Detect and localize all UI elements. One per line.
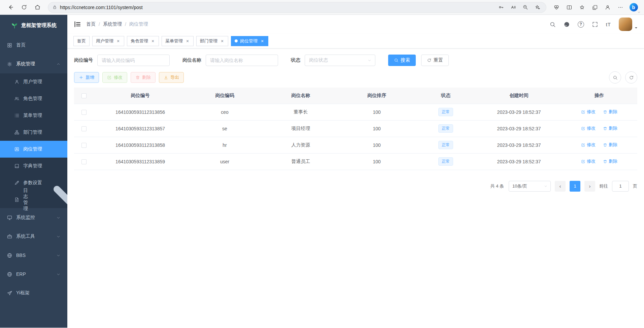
breadcrumb-home[interactable]: 首页 xyxy=(86,21,96,27)
page-size-select[interactable]: 10条/页 xyxy=(509,181,551,192)
tab-home[interactable]: 首页 xyxy=(73,36,90,46)
row-delete-link[interactable]: 删除 xyxy=(603,109,617,115)
tab-post-mgmt[interactable]: 岗位管理 × xyxy=(231,36,268,46)
close-icon[interactable]: × xyxy=(185,39,190,43)
sidebar-item-home[interactable]: 首页 xyxy=(0,36,67,55)
goto-page-input[interactable] xyxy=(612,181,629,192)
table-row[interactable]: 1641030593112313858 hr 人力资源 100 正常 2023-… xyxy=(74,137,637,153)
prev-page-button[interactable]: ‹ xyxy=(555,181,566,192)
cell-post-sort: 100 xyxy=(339,153,415,170)
status-badge: 正常 xyxy=(438,108,453,116)
sidebar-item-dept-mgmt[interactable]: 部门管理 xyxy=(0,124,67,141)
close-icon[interactable]: × xyxy=(116,39,121,43)
tab-user-mgmt[interactable]: 用户管理 × xyxy=(92,36,124,46)
profile-icon[interactable] xyxy=(602,2,613,13)
favorites-icon[interactable] xyxy=(577,2,587,13)
toggle-search-button[interactable] xyxy=(609,71,621,84)
tab-label: 菜单管理 xyxy=(165,38,183,44)
export-button[interactable]: 导出 xyxy=(159,72,184,83)
status-select[interactable]: 岗位状态 xyxy=(305,55,375,66)
refresh-button[interactable] xyxy=(18,2,30,13)
next-page-button[interactable]: › xyxy=(584,181,595,192)
password-key-icon[interactable] xyxy=(496,3,506,12)
read-aloud-icon[interactable] xyxy=(508,3,518,12)
table-row[interactable]: 1641030593112313856 ceo 董事长 100 正常 2023-… xyxy=(74,104,637,120)
tab-role-mgmt[interactable]: 角色管理 × xyxy=(127,36,159,46)
browser-essentials-icon[interactable] xyxy=(551,2,562,13)
delete-button[interactable]: 删除 xyxy=(131,72,156,83)
cell-created: 2023-03-29 18:52:37 xyxy=(477,153,561,170)
back-button[interactable] xyxy=(5,2,16,13)
row-checkbox[interactable] xyxy=(81,126,87,131)
table-toolbar: 新增 修改 删除 导出 xyxy=(74,71,637,84)
row-edit-link[interactable]: 修改 xyxy=(581,142,596,148)
row-checkbox[interactable] xyxy=(81,143,87,148)
sidebar-item-log-mgmt[interactable]: 日志管理 xyxy=(0,191,67,208)
post-table: 岗位编号 岗位编码 岗位名称 岗位排序 状态 创建时间 操作 164103059… xyxy=(74,88,637,170)
sidebar-item-role-mgmt[interactable]: 角色管理 xyxy=(0,90,67,107)
close-icon[interactable]: × xyxy=(220,39,225,43)
delete-link-label: 删除 xyxy=(609,142,617,148)
tags-view-bar: 首页 用户管理 × 角色管理 × 菜单管理 × 部门管理 × 岗位管理 × xyxy=(67,34,644,48)
edit-button[interactable]: 修改 xyxy=(102,72,127,83)
chevron-down-icon xyxy=(56,216,61,220)
sidebar-item-erp[interactable]: ERP xyxy=(0,265,67,284)
search-button[interactable]: 搜索 xyxy=(388,55,416,66)
split-screen-icon[interactable] xyxy=(564,2,575,13)
chevron-down-icon xyxy=(637,10,641,14)
refresh-table-button[interactable] xyxy=(625,71,637,84)
cell-post-code: hr xyxy=(187,137,263,153)
sidebar-item-yi-framework[interactable]: Yi框架 xyxy=(0,284,67,302)
post-name-input[interactable] xyxy=(206,55,278,66)
tab-dept-mgmt[interactable]: 部门管理 × xyxy=(196,36,228,46)
search-icon[interactable] xyxy=(549,21,556,28)
tab-label: 岗位管理 xyxy=(240,38,258,44)
font-size-icon[interactable]: tT xyxy=(606,22,611,27)
chevron-down-icon xyxy=(544,184,548,188)
breadcrumb-separator: / xyxy=(125,22,126,27)
select-all-checkbox[interactable] xyxy=(81,93,87,98)
row-edit-link[interactable]: 修改 xyxy=(581,109,596,115)
add-favorite-icon[interactable] xyxy=(533,3,542,12)
row-checkbox[interactable] xyxy=(81,110,87,115)
breadcrumb-system[interactable]: 系统管理 xyxy=(103,21,122,27)
sidebar-item-menu-mgmt[interactable]: 菜单管理 xyxy=(0,107,67,124)
row-edit-link[interactable]: 修改 xyxy=(581,158,596,164)
sidebar-label: ERP xyxy=(16,271,26,277)
row-checkbox[interactable] xyxy=(81,159,87,164)
sidebar-item-bbs[interactable]: BBS xyxy=(0,246,67,265)
page-1-button[interactable]: 1 xyxy=(570,181,580,192)
collections-icon[interactable] xyxy=(589,2,600,13)
table-row[interactable]: 1641030593112313859 user 普通员工 100 正常 202… xyxy=(74,153,637,170)
settings-menu-icon[interactable] xyxy=(615,2,626,13)
address-bar[interactable]: https://ccnetcore.com:1101/system/post xyxy=(48,2,546,13)
home-button[interactable] xyxy=(32,2,43,13)
table-row[interactable]: 1641030593112313857 se 项目经理 100 正常 2023-… xyxy=(74,120,637,137)
row-delete-link[interactable]: 删除 xyxy=(603,125,617,131)
tab-label: 角色管理 xyxy=(131,38,148,44)
url-text[interactable]: https://ccnetcore.com:1101/system/post xyxy=(60,5,494,10)
user-menu[interactable] xyxy=(619,18,638,31)
post-code-input[interactable] xyxy=(97,55,170,66)
sidebar-item-system[interactable]: 系统管理 xyxy=(0,55,67,73)
sidebar-item-tools[interactable]: 系统工具 xyxy=(0,227,67,246)
row-delete-link[interactable]: 删除 xyxy=(603,158,617,164)
close-icon[interactable]: × xyxy=(150,39,155,43)
reset-button[interactable]: 重置 xyxy=(421,55,449,66)
row-edit-link[interactable]: 修改 xyxy=(581,125,596,131)
chevron-down-icon xyxy=(367,58,372,63)
row-delete-link[interactable]: 删除 xyxy=(603,142,617,148)
sidebar-fold-icon[interactable] xyxy=(73,20,81,28)
close-icon[interactable]: × xyxy=(260,39,265,43)
help-icon[interactable]: ? xyxy=(578,21,584,28)
cell-post-sort: 100 xyxy=(339,120,415,137)
zoom-out-icon[interactable] xyxy=(520,3,530,12)
add-button[interactable]: 新增 xyxy=(74,72,99,83)
sidebar-item-user-mgmt[interactable]: 用户管理 xyxy=(0,73,67,90)
sidebar-item-monitor[interactable]: 系统监控 xyxy=(0,208,67,227)
fullscreen-icon[interactable] xyxy=(592,21,598,28)
user-avatar[interactable] xyxy=(619,18,632,31)
tab-menu-mgmt[interactable]: 菜单管理 × xyxy=(162,36,194,46)
github-icon[interactable] xyxy=(564,21,570,28)
bing-sidebar-button[interactable]: b xyxy=(628,2,639,13)
